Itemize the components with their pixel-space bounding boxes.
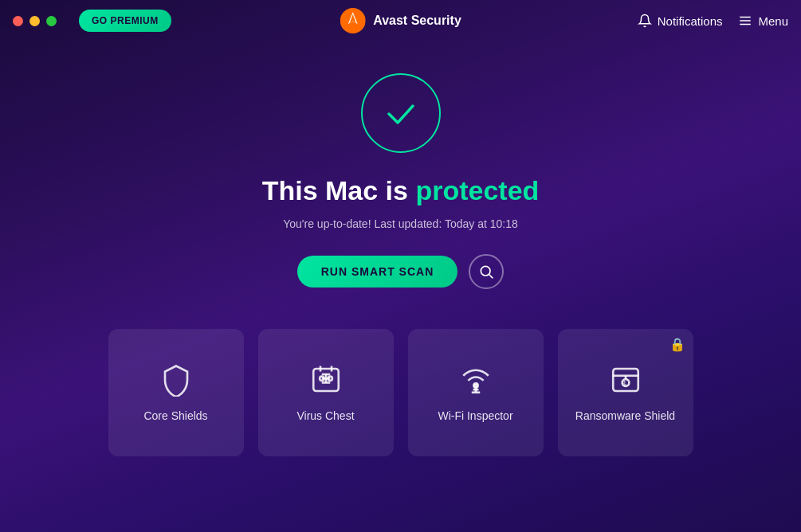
bell-icon xyxy=(638,14,652,28)
wifi-inspector-icon xyxy=(459,363,493,397)
core-shields-label: Core Shields xyxy=(143,409,207,422)
core-shields-card[interactable]: Core Shields xyxy=(108,329,244,456)
feature-cards-row: Core Shields Virus Chest xyxy=(45,329,757,456)
app-title-area: Avast Security xyxy=(340,8,461,33)
notifications-label: Notifications xyxy=(658,14,723,28)
wifi-inspector-card[interactable]: Wi-Fi Inspector xyxy=(408,329,544,456)
svg-line-5 xyxy=(489,275,493,279)
main-content: This Mac is protected You're up-to-date!… xyxy=(0,41,801,456)
hamburger-icon xyxy=(738,14,752,28)
svg-point-4 xyxy=(481,266,491,276)
wifi-inspector-label: Wi-Fi Inspector xyxy=(438,409,512,422)
go-premium-button[interactable]: GO PREMIUM xyxy=(79,10,171,32)
traffic-lights xyxy=(13,16,57,26)
status-subtext: You're up-to-date! Last updated: Today a… xyxy=(283,217,518,230)
maximize-button[interactable] xyxy=(46,16,57,26)
premium-lock-badge: 🔒 xyxy=(669,337,685,352)
ransomware-shield-card[interactable]: 🔒 $ Ransomware Shield xyxy=(558,329,693,456)
run-smart-scan-button[interactable]: RUN SMART SCAN xyxy=(297,256,458,288)
menu-button[interactable]: Menu xyxy=(738,14,788,28)
titlebar: GO PREMIUM Avast Security Notifications xyxy=(0,0,801,41)
search-icon xyxy=(478,264,494,280)
virus-chest-card[interactable]: Virus Chest xyxy=(258,329,394,456)
search-button[interactable] xyxy=(469,254,504,289)
ransomware-icon: $ xyxy=(609,363,642,397)
ransomware-shield-label: Ransomware Shield xyxy=(575,409,675,422)
menu-label: Menu xyxy=(758,14,788,28)
app-name: Avast Security xyxy=(373,14,461,28)
status-heading: This Mac is protected xyxy=(262,175,540,206)
close-button[interactable] xyxy=(13,16,23,26)
status-heading-pre: This Mac is xyxy=(262,175,416,205)
minimize-button[interactable] xyxy=(29,16,40,26)
status-heading-highlight: protected xyxy=(415,175,539,205)
avast-logo-icon xyxy=(340,8,365,33)
notifications-button[interactable]: Notifications xyxy=(638,14,723,28)
virus-chest-icon xyxy=(309,363,343,397)
shield-icon xyxy=(159,363,193,397)
svg-point-15 xyxy=(473,383,477,387)
protection-status-circle xyxy=(361,73,441,153)
nav-right: Notifications Menu xyxy=(638,14,788,28)
buttons-row: RUN SMART SCAN xyxy=(297,254,505,289)
svg-text:$: $ xyxy=(622,380,626,388)
virus-chest-label: Virus Chest xyxy=(296,409,354,422)
checkmark-icon xyxy=(381,93,421,133)
